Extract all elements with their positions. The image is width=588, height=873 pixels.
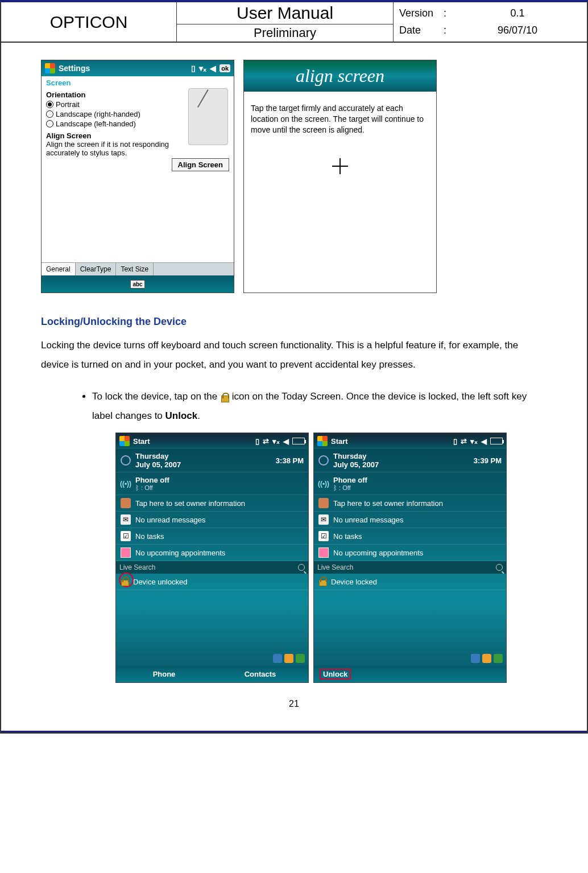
device-illustration: [188, 88, 228, 145]
today-tasks-row[interactable]: ☑ No tasks: [314, 528, 506, 545]
softkey-contacts[interactable]: Contacts: [212, 670, 308, 678]
today-owner-row[interactable]: Tap here to set owner information: [116, 495, 308, 512]
section-paragraph: Locking the device turns off keyboard an…: [41, 336, 547, 374]
clock-icon: [121, 455, 131, 466]
start-bar: Start ▯ ⇄ ▾ₓ ◀: [116, 433, 308, 449]
tab-textsize[interactable]: Text Size: [116, 263, 154, 275]
doc-title: User Manual: [177, 2, 393, 24]
tray-icon[interactable]: [296, 654, 305, 663]
mail-icon: ✉: [121, 514, 131, 525]
radio-portrait[interactable]: Portrait: [46, 100, 184, 109]
today-lock-row[interactable]: Device locked: [314, 574, 506, 590]
doc-subtitle: Preliminary: [177, 24, 393, 42]
tasks-icon: ☑: [121, 531, 131, 541]
tray-icon[interactable]: [471, 654, 480, 663]
today-phone-row[interactable]: ((•)) Phone off ᛒ : Off: [314, 472, 506, 495]
ok-button[interactable]: ok: [220, 64, 230, 72]
align-screen-button[interactable]: Align Screen: [172, 158, 229, 171]
settings-title: Settings: [59, 64, 90, 73]
tray-icon[interactable]: [284, 654, 293, 663]
screenshot-today-unlocked: Start ▯ ⇄ ▾ₓ ◀ Thursday July 05, 2007: [115, 433, 309, 683]
calendar-icon: [318, 547, 329, 558]
search-icon: [298, 564, 305, 571]
status-icon: ▯: [255, 437, 259, 446]
start-bar: Start ▯ ⇄ ▾ₓ ◀: [314, 433, 506, 449]
date-value: 96/07/10: [454, 24, 581, 36]
section-heading-locking: Locking/Unlocking the Device: [41, 316, 547, 328]
version-value: 0.1: [454, 7, 581, 19]
radio-landscape-left[interactable]: Landscape (left-handed): [46, 120, 184, 128]
lock-instruction-bullet: To lock the device, tap on the icon on t…: [92, 387, 547, 426]
bluetooth-icon: ᛒ: [333, 484, 339, 491]
page-number: 21: [41, 699, 547, 709]
speaker-icon: ◀: [283, 437, 289, 446]
tray-icon[interactable]: [273, 654, 282, 663]
version-label: Version: [399, 7, 439, 19]
live-search-field[interactable]: Live Search: [314, 561, 506, 574]
signal-icon: ▾ₓ: [470, 437, 478, 446]
lock-icon: [121, 576, 129, 587]
settings-tabs: General ClearType Text Size: [42, 262, 234, 275]
radio-landscape-right[interactable]: Landscape (right-handed): [46, 110, 184, 118]
speaker-icon: ◀: [210, 64, 216, 73]
owner-icon: [121, 498, 131, 508]
screenshot-settings-screen: Settings ▯ ▾ₓ ◀ ok Screen Orientation Po…: [41, 60, 234, 293]
signal-icon: ▾ₓ: [199, 64, 206, 73]
tray-icon[interactable]: [494, 654, 503, 663]
sync-icon: ⇄: [263, 437, 269, 446]
calendar-icon: [121, 547, 131, 558]
status-icon: ▯: [191, 64, 196, 73]
softkey-phone[interactable]: Phone: [116, 670, 212, 678]
radio-icon: [46, 120, 53, 127]
sip-keyboard-button[interactable]: abc: [130, 280, 144, 289]
today-messages-row[interactable]: ✉ No unread messages: [116, 512, 308, 528]
start-label[interactable]: Start: [331, 437, 348, 446]
antenna-icon: ((•)): [318, 479, 329, 489]
bluetooth-icon: ᛒ: [135, 484, 141, 491]
today-messages-row[interactable]: ✉ No unread messages: [314, 512, 506, 528]
today-time: 3:38 PM: [276, 456, 304, 465]
today-phone-row[interactable]: ((•)) Phone off ᛒ : Off: [116, 472, 308, 495]
tab-cleartype[interactable]: ClearType: [76, 263, 117, 275]
today-appointments-row[interactable]: No upcoming appointments: [314, 545, 506, 561]
today-appointments-row[interactable]: No upcoming appointments: [116, 545, 308, 561]
radio-icon: [46, 101, 53, 108]
softkey-unlock[interactable]: Unlock: [320, 669, 351, 680]
search-icon: [496, 564, 503, 571]
settings-title-bar: Settings ▯ ▾ₓ ◀ ok: [42, 60, 234, 76]
mail-icon: ✉: [318, 514, 329, 525]
clock-icon: [318, 455, 329, 466]
windows-flag-icon: [45, 63, 55, 73]
today-tasks-row[interactable]: ☑ No tasks: [116, 528, 308, 545]
screen-heading: Screen: [46, 79, 229, 87]
windows-flag-icon: [119, 436, 130, 446]
tasks-icon: ☑: [318, 531, 329, 541]
windows-flag-icon: [317, 436, 328, 446]
today-owner-row[interactable]: Tap here to set owner information: [314, 495, 506, 512]
sync-icon: ⇄: [461, 437, 467, 446]
lock-icon: [318, 576, 326, 587]
date-label: Date: [399, 24, 439, 36]
align-screen-banner: align screen: [244, 60, 436, 92]
status-icon: ▯: [453, 437, 457, 446]
today-time: 3:39 PM: [474, 456, 502, 465]
align-instructions: Tap the target firmly and accurately at …: [251, 103, 429, 135]
battery-icon: [490, 438, 503, 444]
owner-icon: [318, 498, 329, 508]
lock-icon: [220, 393, 229, 402]
speaker-icon: ◀: [481, 437, 487, 446]
screenshot-align-screen: align screen Tap the target firmly and a…: [243, 60, 437, 293]
today-date-row[interactable]: Thursday July 05, 2007 3:38 PM: [116, 449, 308, 472]
tab-general[interactable]: General: [42, 263, 76, 275]
calibration-target-icon[interactable]: [332, 158, 348, 174]
start-label[interactable]: Start: [133, 437, 150, 446]
today-lock-row[interactable]: Device unlocked: [116, 574, 308, 590]
radio-icon: [46, 110, 53, 118]
company-name: OPTICON: [1, 2, 177, 42]
document-header: OPTICON User Manual Preliminary Version …: [1, 2, 587, 43]
antenna-icon: ((•)): [121, 479, 131, 489]
live-search-field[interactable]: Live Search: [116, 561, 308, 574]
tray-icon[interactable]: [482, 654, 491, 663]
battery-icon: [292, 438, 305, 444]
today-date-row[interactable]: Thursday July 05, 2007 3:39 PM: [314, 449, 506, 472]
